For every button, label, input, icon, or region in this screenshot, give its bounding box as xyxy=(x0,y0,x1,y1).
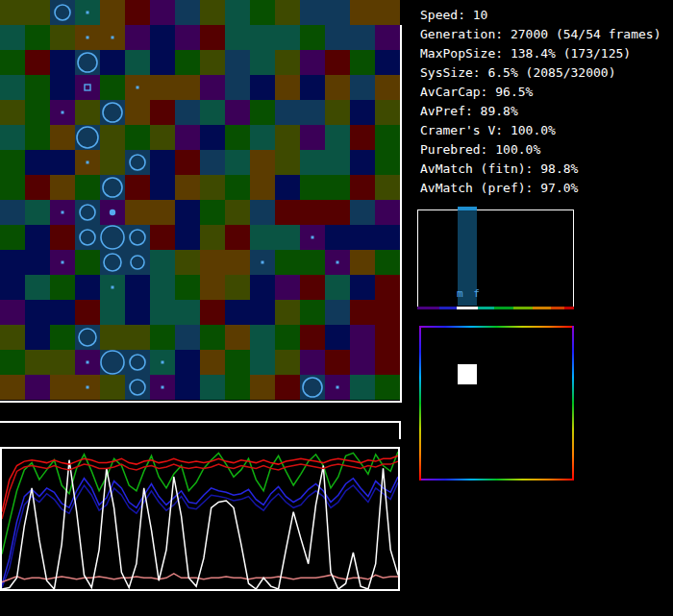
grid-cell xyxy=(0,275,25,300)
strip-segment xyxy=(564,307,574,309)
grid-cell xyxy=(325,300,350,325)
grid-cell xyxy=(125,375,150,400)
grid-cell xyxy=(250,25,275,50)
grid-cell xyxy=(250,300,275,325)
grid-cell xyxy=(0,250,25,275)
grid-cell xyxy=(150,275,175,300)
grid-cell xyxy=(25,350,50,375)
agent-dot xyxy=(87,12,89,14)
grid-cell xyxy=(175,300,200,325)
grid-cell xyxy=(350,325,375,350)
grid-bottom-border xyxy=(0,401,402,403)
grid-cell xyxy=(25,0,50,25)
grid-cell xyxy=(75,100,100,125)
grid-cell xyxy=(275,300,300,325)
grid-cell xyxy=(200,75,225,100)
grid-cell xyxy=(50,375,75,400)
agent-dot xyxy=(62,261,64,264)
grid-cell xyxy=(300,100,325,125)
grid-cell xyxy=(200,175,225,200)
grid-cell xyxy=(375,275,400,300)
trait-box-right-edge xyxy=(572,326,574,480)
stat-line: Cramer's V: 100.0% xyxy=(420,121,661,140)
grid-cell xyxy=(250,350,275,375)
grid-cell xyxy=(200,325,225,350)
grid-cell xyxy=(0,0,25,25)
grid-cell xyxy=(325,225,350,250)
grid-cell xyxy=(350,350,375,375)
grid-cell xyxy=(150,325,175,350)
grid-cell xyxy=(125,325,150,350)
grid-cell xyxy=(50,325,75,350)
grid-cell xyxy=(325,350,350,375)
grid-cell xyxy=(25,300,50,325)
grid-cell xyxy=(225,25,250,50)
grid-cell xyxy=(75,250,100,275)
agent-dot xyxy=(87,37,89,39)
grid-cell xyxy=(200,0,225,25)
grid-cell xyxy=(225,300,250,325)
stat-line: AvMatch (pref): 97.0% xyxy=(420,179,661,198)
grid-cell xyxy=(350,175,375,200)
grid-cell xyxy=(50,50,75,75)
grid-cell xyxy=(225,225,250,250)
grid-cell xyxy=(250,200,275,225)
agent-dot xyxy=(336,386,339,389)
grid-cell xyxy=(225,200,250,225)
grid-cell xyxy=(300,25,325,50)
grid-cell xyxy=(375,125,400,150)
grid-cell xyxy=(125,175,150,200)
grid-cell xyxy=(150,175,175,200)
history-chart xyxy=(0,447,400,591)
grid-cell xyxy=(50,225,75,250)
grid-cell xyxy=(150,50,175,75)
grid-cell xyxy=(75,125,100,150)
strip-segment xyxy=(494,307,513,309)
grid-cell xyxy=(50,75,75,100)
grid-cell xyxy=(325,150,350,175)
grid-right-border xyxy=(400,25,402,403)
grid-cell xyxy=(0,350,25,375)
world-grid[interactable] xyxy=(0,0,400,401)
grid-cell xyxy=(300,250,325,275)
grid-cell xyxy=(250,225,275,250)
grid-cell xyxy=(75,50,100,75)
grid-cell xyxy=(75,175,100,200)
grid-cell xyxy=(325,125,350,150)
grid-cell xyxy=(325,75,350,100)
grid-cell xyxy=(50,175,75,200)
stat-line: AvCarCap: 96.5% xyxy=(420,83,661,102)
grid-cell xyxy=(100,225,125,250)
grid-cell xyxy=(300,175,325,200)
grid-cell xyxy=(350,250,375,275)
grid-cell xyxy=(275,100,300,125)
grid-cell xyxy=(100,325,125,350)
strip-segment xyxy=(457,307,478,309)
grid-cell xyxy=(300,200,325,225)
grid-cell xyxy=(175,50,200,75)
grid-cell xyxy=(375,200,400,225)
grid-cell xyxy=(225,0,250,25)
grid-cell xyxy=(0,75,25,100)
agent-dot xyxy=(87,361,89,364)
grid-cell xyxy=(125,300,150,325)
grid-cell xyxy=(50,275,75,300)
grid-cell xyxy=(375,375,400,400)
grid-cell xyxy=(125,100,150,125)
simulation-window: Speed: 10Generation: 27000 (54/54 frames… xyxy=(0,0,673,616)
strip-segment xyxy=(513,307,533,309)
grid-cell xyxy=(225,175,250,200)
grid-cell xyxy=(350,75,375,100)
grid-cell xyxy=(150,225,175,250)
grid-cell xyxy=(25,375,50,400)
agent-dot xyxy=(262,261,264,264)
grid-cell xyxy=(200,225,225,250)
grid-cell xyxy=(275,75,300,100)
grid-cell xyxy=(375,0,400,25)
grid-cell xyxy=(150,75,175,100)
grid-cell xyxy=(125,250,150,275)
agent-dot xyxy=(112,286,114,289)
grid-cell xyxy=(125,200,150,225)
grid-cell xyxy=(125,150,150,175)
grid-cell xyxy=(275,125,300,150)
